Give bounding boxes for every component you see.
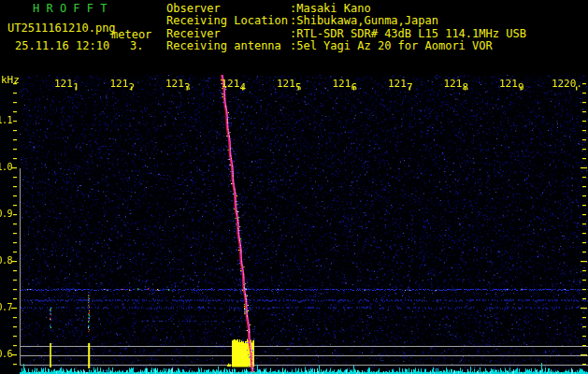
freq-axis-label: 0.8 [0,255,12,266]
time-axis-label: 1217 [381,78,413,90]
metadata-value: :Shibukawa,Gunma,Japan [290,15,438,27]
metadata-label: Receiving Location [166,14,288,27]
time-axis-label: 1218 [437,78,468,90]
time-axis-label: 1214 [214,78,246,90]
output-filename: UT2511161210.png [7,22,116,35]
time-axis-label: 1212 [103,78,135,90]
metadata-row: Receiving Location:Shibukawa,Gunma,Japan [166,15,288,27]
freq-axis-label: 0.7 [0,302,12,312]
metadata-value: :5el Yagi Az 20 for Aomori VOR [290,40,493,52]
time-axis-label: 1216 [325,78,357,90]
metadata-label: Receiving antenna [166,39,281,52]
hrofft-spectrogram-screen: H R O F F T UT2511161210.png meteor 25.1… [0,0,588,374]
echo-count: 3. [130,40,143,52]
freq-axis-label: 0.6 [0,349,12,359]
metadata-fields: Observer:Masaki KanoReceiving Location:S… [166,3,288,53]
spectrogram-canvas [0,75,588,374]
freq-axis-label: 1.1 [0,115,12,125]
metadata-row: Observer:Masaki Kano [166,3,288,15]
observation-datetime: 25.11.16 12:10 [15,40,109,52]
metadata-row: Receiver:RTL-SDR SDR# 43dB L15 114.1MHz … [166,28,288,40]
metadata-value: :Masaki Kano [290,3,371,15]
freq-axis-label: 0.9 [0,209,12,219]
metadata-row: Receiving antenna:5el Yagi Az 20 for Aom… [166,40,288,52]
metadata-label: Receiver [166,27,221,40]
time-axis-label: 1220. [544,78,582,90]
freq-axis-unit: kHz [1,75,20,86]
freq-axis-label: 1.0 [0,162,12,172]
time-axis-label: 1219 [493,78,524,90]
time-axis-label: 1211 [48,78,79,90]
app-title: H R O F F T [33,3,107,15]
metadata-value: :RTL-SDR SDR# 43dB L15 114.1MHz USB [290,28,526,40]
time-axis-label: 1215 [270,78,302,90]
time-axis-label: 1213 [159,78,191,90]
metadata-label: Observer [166,2,221,15]
